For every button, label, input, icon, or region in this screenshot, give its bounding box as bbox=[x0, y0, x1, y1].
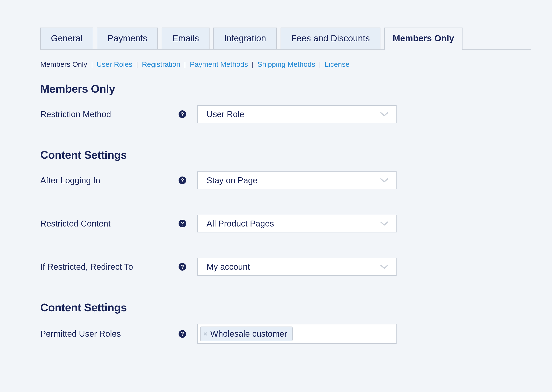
chevron-down-icon bbox=[380, 112, 388, 117]
section-title-members-only: Members Only bbox=[40, 82, 531, 95]
subnav-license[interactable]: License bbox=[325, 60, 350, 69]
label-after-login: After Logging In bbox=[40, 176, 100, 185]
tab-general[interactable]: General bbox=[40, 28, 93, 49]
subnav-members-only[interactable]: Members Only bbox=[40, 60, 87, 69]
select-restriction-method-value: User Role bbox=[207, 110, 244, 119]
remove-tag-icon[interactable]: × bbox=[204, 331, 208, 337]
subnav-payment-methods[interactable]: Payment Methods bbox=[190, 60, 248, 69]
subnav-shipping-methods[interactable]: Shipping Methods bbox=[258, 60, 315, 69]
chevron-down-icon bbox=[380, 178, 388, 183]
select-restricted-content[interactable]: All Product Pages bbox=[197, 215, 397, 232]
label-permitted-roles: Permitted User Roles bbox=[40, 329, 121, 339]
permitted-roles-input[interactable]: × Wholesale customer bbox=[197, 324, 397, 344]
settings-tabs: General Payments Emails Integration Fees… bbox=[40, 28, 531, 49]
select-after-login[interactable]: Stay on Page bbox=[197, 171, 397, 189]
subnav-separator: | bbox=[252, 60, 254, 69]
subnav-registration[interactable]: Registration bbox=[142, 60, 180, 69]
select-restricted-content-value: All Product Pages bbox=[207, 219, 274, 228]
select-redirect-to-value: My account bbox=[207, 262, 250, 272]
select-redirect-to[interactable]: My account bbox=[197, 258, 397, 276]
label-restriction-method: Restriction Method bbox=[40, 110, 111, 119]
select-restriction-method[interactable]: User Role bbox=[197, 105, 397, 123]
subnav-separator: | bbox=[319, 60, 321, 69]
tab-integration[interactable]: Integration bbox=[213, 28, 277, 49]
chevron-down-icon bbox=[380, 264, 388, 270]
tab-payments[interactable]: Payments bbox=[97, 28, 158, 49]
help-icon[interactable]: ? bbox=[179, 263, 186, 271]
help-icon[interactable]: ? bbox=[179, 330, 186, 338]
help-icon[interactable]: ? bbox=[179, 176, 186, 184]
select-after-login-value: Stay on Page bbox=[207, 176, 258, 185]
section-title-content-settings: Content Settings bbox=[40, 148, 531, 161]
subnav-separator: | bbox=[184, 60, 186, 69]
section-title-content-settings-2: Content Settings bbox=[40, 301, 531, 314]
help-icon[interactable]: ? bbox=[179, 110, 186, 118]
subnav-separator: | bbox=[91, 60, 93, 69]
members-only-subnav: Members Only | User Roles | Registration… bbox=[40, 60, 531, 69]
help-icon[interactable]: ? bbox=[179, 220, 186, 227]
label-redirect-to: If Restricted, Redirect To bbox=[40, 262, 133, 272]
tab-emails[interactable]: Emails bbox=[162, 28, 209, 49]
permitted-role-tag-label: Wholesale customer bbox=[210, 329, 287, 339]
label-restricted-content: Restricted Content bbox=[40, 219, 110, 228]
tab-fees-discounts[interactable]: Fees and Discounts bbox=[280, 28, 380, 49]
tab-members-only[interactable]: Members Only bbox=[384, 28, 463, 50]
subnav-separator: | bbox=[136, 60, 138, 69]
subnav-user-roles[interactable]: User Roles bbox=[97, 60, 132, 69]
chevron-down-icon bbox=[380, 221, 388, 226]
permitted-role-tag: × Wholesale customer bbox=[200, 327, 293, 341]
